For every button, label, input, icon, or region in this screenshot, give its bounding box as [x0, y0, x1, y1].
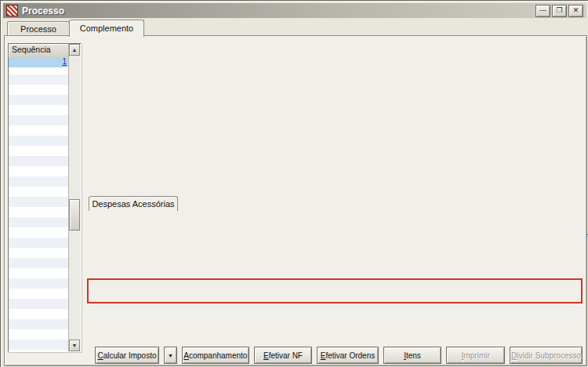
tab-processo[interactable]: Processo — [7, 21, 70, 36]
title-bar[interactable]: Processo — ❐ ✕ — [3, 3, 586, 18]
window-title: Processo — [22, 5, 64, 16]
scrollbar-thumb[interactable] — [69, 199, 80, 231]
acompanhamento-button[interactable]: Acompanhamento — [182, 347, 249, 364]
action-button-row: Calcular Imposto ▼ Acompanhamento Efetiv… — [95, 347, 583, 364]
close-icon[interactable]: ✕ — [568, 5, 583, 17]
calcular-imposto-dropdown-icon[interactable]: ▼ — [164, 347, 177, 364]
dividir-subprocesso-button: Dividir Subprocesso — [510, 347, 583, 364]
efetivar-nf-button[interactable]: Efetivar NF — [254, 347, 313, 364]
sequencia-selected-row[interactable]: 1 — [9, 57, 69, 67]
sequencia-grid[interactable]: Sequência 1 ▲ ▼ — [8, 43, 82, 352]
sequencia-column-header[interactable]: Sequência — [9, 44, 69, 58]
tab-complemento[interactable]: Complemento — [69, 20, 144, 37]
itens-button[interactable]: Itens — [383, 347, 442, 364]
maximize-icon[interactable]: ❐ — [552, 5, 567, 17]
calcular-imposto-button[interactable]: Calcular Imposto — [95, 347, 159, 364]
efetivar-ordens-button[interactable]: Efetivar Ordens — [317, 347, 378, 364]
scroll-down-icon[interactable]: ▼ — [69, 340, 80, 351]
grid-scrollbar[interactable]: ▲ ▼ — [68, 44, 81, 351]
tab-despesas-acessorias[interactable]: Despesas Acessórias — [89, 196, 178, 211]
scroll-up-icon[interactable]: ▲ — [69, 44, 80, 56]
app-icon — [6, 5, 18, 16]
process-window: Processo — ❐ ✕ Processo Complemento Sequ… — [0, 0, 588, 367]
imprimir-button: Imprimir — [446, 347, 505, 364]
minimize-icon[interactable]: — — [535, 5, 550, 17]
